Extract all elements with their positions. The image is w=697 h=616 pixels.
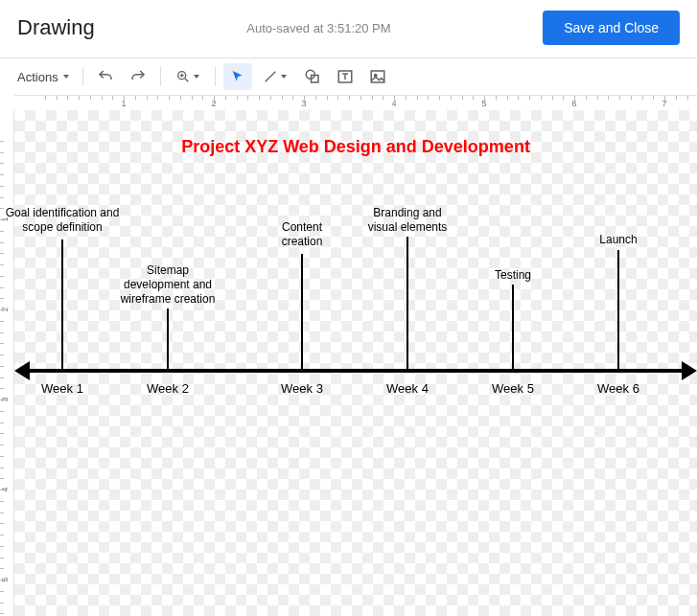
svg-line-1 [185, 79, 188, 81]
shape-icon [304, 68, 321, 85]
chevron-down-icon [63, 75, 69, 79]
line-icon [263, 69, 278, 84]
zoom-button[interactable] [169, 63, 207, 90]
milestone-tick [61, 240, 63, 371]
autosave-status: Auto-saved at 3:51:20 PM [246, 21, 390, 35]
save-and-close-button[interactable]: Save and Close [543, 11, 680, 45]
timeline-arrow-right [682, 361, 697, 380]
svg-line-4 [266, 72, 276, 82]
milestone-description: Branding and visual elements [350, 206, 465, 235]
timeline-milestone: Content creationWeek 3 [254, 110, 350, 398]
milestone-week-label: Week 5 [492, 381, 534, 396]
milestone-tick [301, 254, 303, 371]
actions-label: Actions [17, 70, 58, 84]
image-icon [369, 68, 386, 85]
redo-icon [129, 68, 147, 85]
select-tool-button[interactable] [223, 63, 252, 90]
horizontal-ruler: 1234567 [14, 95, 697, 110]
milestone-week-label: Week 3 [281, 381, 323, 396]
timeline-milestone: Branding and visual elementsWeek 4 [350, 110, 465, 398]
milestone-description: Launch [580, 233, 657, 247]
zoom-icon [175, 69, 191, 84]
timeline-milestone: LaunchWeek 6 [580, 110, 657, 398]
image-tool-button[interactable] [363, 63, 392, 90]
drawing-canvas[interactable]: Project XYZ Web Design and Development G… [14, 110, 697, 616]
milestone-description: Testing [475, 268, 551, 283]
toolbar: Actions [0, 58, 697, 95]
redo-button[interactable] [124, 63, 152, 90]
milestone-week-label: Week 6 [597, 381, 639, 396]
toolbar-divider [82, 67, 83, 86]
milestone-week-label: Week 2 [147, 381, 189, 396]
milestone-tick [617, 250, 619, 371]
chevron-down-icon [194, 75, 199, 79]
milestone-tick [407, 237, 408, 371]
milestone-week-label: Week 1 [41, 381, 83, 396]
undo-icon [97, 68, 114, 85]
actions-menu-button[interactable]: Actions [12, 66, 75, 88]
toolbar-divider [215, 67, 216, 86]
timeline-milestone: TestingWeek 5 [475, 110, 551, 398]
shape-tool-button[interactable] [298, 63, 327, 90]
undo-button[interactable] [91, 63, 120, 90]
milestone-description: Sitemap development and wireframe creati… [105, 263, 230, 307]
textbox-icon [337, 68, 354, 85]
dialog-title: Drawing [17, 15, 95, 40]
svg-rect-10 [371, 71, 384, 82]
milestone-tick [167, 308, 169, 371]
milestone-tick [512, 285, 514, 371]
cursor-icon [230, 69, 245, 84]
toolbar-divider [160, 67, 161, 86]
milestone-week-label: Week 4 [386, 381, 429, 396]
dialog-header: Drawing Auto-saved at 3:51:20 PM Save an… [0, 0, 697, 57]
textbox-tool-button[interactable] [331, 63, 360, 90]
line-tool-button[interactable] [256, 63, 294, 90]
chevron-down-icon [281, 75, 287, 79]
milestone-description: Content creation [254, 220, 350, 249]
workspace: 12345 Project XYZ Web Design and Develop… [0, 110, 697, 616]
timeline-milestone: Sitemap development and wireframe creati… [105, 110, 230, 398]
